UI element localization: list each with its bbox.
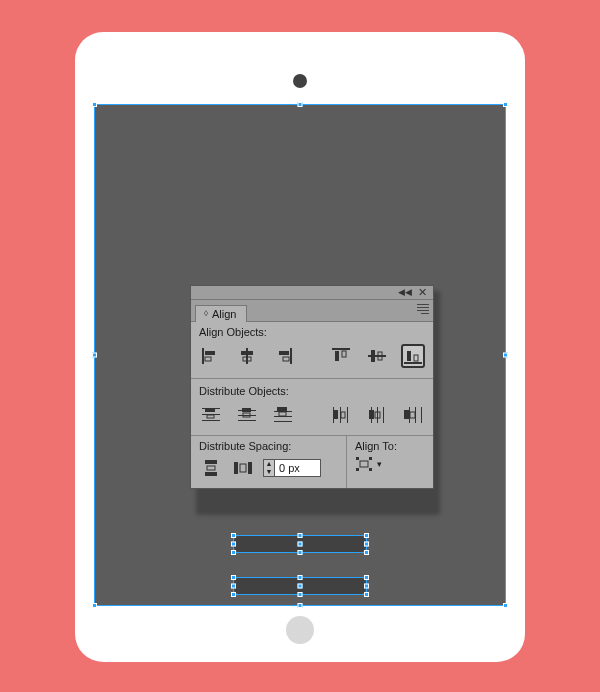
panel-tabs: ◊ Align xyxy=(191,300,433,322)
svg-rect-32 xyxy=(279,412,286,416)
svg-rect-2 xyxy=(205,357,211,361)
close-icon[interactable]: ✕ xyxy=(418,287,427,298)
svg-rect-39 xyxy=(377,407,378,423)
divider xyxy=(191,378,433,379)
align-left-button[interactable] xyxy=(199,344,223,368)
svg-rect-49 xyxy=(205,472,217,476)
svg-rect-48 xyxy=(205,460,217,464)
svg-rect-12 xyxy=(368,355,386,357)
svg-rect-25 xyxy=(238,420,256,421)
svg-rect-46 xyxy=(404,410,409,419)
svg-rect-18 xyxy=(202,408,220,409)
svg-rect-16 xyxy=(407,351,411,361)
distribute-spacing-label: Distribute Spacing: xyxy=(199,440,338,452)
align-vcenter-button[interactable] xyxy=(365,344,389,368)
svg-rect-21 xyxy=(205,409,215,412)
svg-rect-51 xyxy=(234,462,238,474)
align-panel: ◀◀ ✕ ◊ Align Align Objects: xyxy=(190,285,434,489)
align-to-section: Align To: ▾ xyxy=(347,436,433,488)
svg-rect-7 xyxy=(279,351,289,355)
distribute-hcenter-button[interactable] xyxy=(365,403,389,427)
align-tab[interactable]: ◊ Align xyxy=(195,305,247,322)
distribute-spacing-section: Distribute Spacing: ▲ ▼ 0 px xyxy=(191,436,347,488)
svg-rect-54 xyxy=(356,457,359,460)
svg-rect-4 xyxy=(241,351,253,355)
svg-rect-40 xyxy=(383,407,384,423)
panel-titlebar[interactable]: ◀◀ ✕ xyxy=(191,286,433,300)
svg-rect-26 xyxy=(242,408,251,412)
distribute-vcenter-button[interactable] xyxy=(235,403,259,427)
distribute-objects-section: Distribute Objects: xyxy=(191,381,433,435)
distribute-objects-label: Distribute Objects: xyxy=(199,385,425,397)
spacing-stepper[interactable]: ▲ ▼ 0 px xyxy=(263,459,321,477)
svg-rect-13 xyxy=(371,350,375,362)
svg-rect-9 xyxy=(332,348,350,350)
align-top-button[interactable] xyxy=(329,344,353,368)
ipad-home-button xyxy=(286,616,314,644)
align-to-label: Align To: xyxy=(355,440,425,452)
svg-rect-50 xyxy=(207,466,215,470)
svg-rect-15 xyxy=(404,362,422,364)
distribute-bottom-button[interactable] xyxy=(271,403,295,427)
svg-rect-41 xyxy=(369,410,374,419)
svg-rect-31 xyxy=(277,407,287,411)
ipad-camera xyxy=(293,74,307,88)
spacing-input[interactable]: 0 px xyxy=(275,459,321,477)
align-to-dropdown[interactable]: ▾ xyxy=(355,456,425,472)
step-up-icon[interactable]: ▲ xyxy=(264,460,274,468)
distribute-space-vertical-button[interactable] xyxy=(199,456,223,480)
svg-rect-45 xyxy=(421,407,422,423)
align-bottom-button[interactable] xyxy=(401,344,425,368)
svg-rect-10 xyxy=(335,351,339,361)
step-down-icon[interactable]: ▼ xyxy=(264,468,274,476)
panel-bottom-row: Distribute Spacing: ▲ ▼ 0 px Align To: xyxy=(191,435,433,488)
align-tab-label: Align xyxy=(212,308,236,320)
dark-bar-2[interactable] xyxy=(233,577,367,595)
distribute-top-button[interactable] xyxy=(199,403,223,427)
align-hcenter-button[interactable] xyxy=(235,344,259,368)
svg-rect-56 xyxy=(356,468,359,471)
svg-rect-35 xyxy=(347,407,348,423)
distribute-left-button[interactable] xyxy=(329,403,353,427)
align-right-button[interactable] xyxy=(271,344,295,368)
align-objects-label: Align Objects: xyxy=(199,326,425,338)
svg-rect-1 xyxy=(205,351,215,355)
dark-bar-1[interactable] xyxy=(233,535,367,553)
panel-menu-icon[interactable] xyxy=(415,304,429,314)
svg-rect-55 xyxy=(369,457,372,460)
svg-rect-6 xyxy=(290,348,292,364)
svg-rect-33 xyxy=(333,407,334,423)
svg-rect-52 xyxy=(248,462,252,474)
svg-rect-17 xyxy=(414,355,418,361)
svg-rect-37 xyxy=(341,412,345,418)
svg-rect-47 xyxy=(410,412,415,418)
distribute-space-horizontal-button[interactable] xyxy=(231,456,255,480)
svg-rect-20 xyxy=(202,420,220,421)
distribute-right-button[interactable] xyxy=(401,403,425,427)
svg-rect-24 xyxy=(238,415,256,416)
svg-rect-0 xyxy=(202,348,204,364)
collapse-icon[interactable]: ◀◀ xyxy=(398,288,412,297)
align-objects-section: Align Objects: xyxy=(191,322,433,376)
svg-rect-8 xyxy=(283,357,289,361)
svg-rect-57 xyxy=(369,468,372,471)
tab-chevron-icon: ◊ xyxy=(204,310,208,318)
stepper-arrows-icon[interactable]: ▲ ▼ xyxy=(263,459,275,477)
svg-rect-36 xyxy=(334,410,338,419)
chevron-down-icon: ▾ xyxy=(377,459,382,469)
svg-rect-3 xyxy=(246,348,248,364)
svg-rect-30 xyxy=(274,421,292,422)
svg-rect-11 xyxy=(342,351,346,357)
svg-rect-22 xyxy=(207,415,214,418)
svg-rect-58 xyxy=(360,461,368,467)
svg-rect-53 xyxy=(240,464,246,472)
align-to-selection-icon xyxy=(355,456,373,472)
